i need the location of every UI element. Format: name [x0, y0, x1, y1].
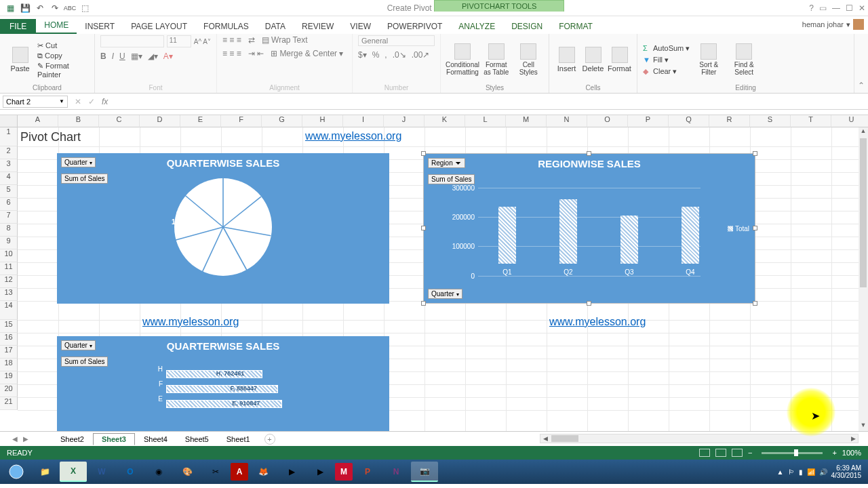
filter-quarter[interactable]: Quarter [61, 157, 96, 167]
sort-filter-button[interactable]: Sort & Filter [692, 43, 725, 76]
tab-insert[interactable]: INSERT [77, 19, 123, 34]
save-icon[interactable]: 💾 [19, 2, 31, 14]
pivotchart-pie[interactable]: Quarter Sum of Sales QUARTERWISE SALES A… [57, 153, 389, 304]
conditional-formatting-button[interactable]: Conditional Formatting [446, 43, 479, 76]
wrap-text-button[interactable]: ▤ Wrap Text [262, 35, 308, 45]
paste-button[interactable]: Paste [5, 47, 35, 73]
underline-button[interactable]: U [119, 52, 125, 61]
clear-button[interactable]: ◆Clear ▾ [643, 67, 690, 76]
redo-icon[interactable]: ↷ [49, 2, 61, 14]
format-cells-button[interactable]: Format [608, 47, 631, 73]
vertical-scrollbar[interactable]: ▲ ▼ [859, 127, 868, 431]
font-color-button[interactable]: A▾ [163, 52, 173, 61]
find-select-button[interactable]: Find & Select [728, 43, 760, 76]
sheet-nav-next[interactable]: ▶ [23, 435, 28, 443]
close-icon[interactable]: ✕ [859, 3, 865, 13]
clock[interactable]: 6:39 AM4/30/2015 [831, 464, 866, 479]
maximize-icon[interactable]: ☐ [846, 3, 853, 13]
merge-center-button[interactable]: ⊞ Merge & Center ▾ [271, 49, 343, 58]
horizontal-scrollbar[interactable]: ◀▶ [540, 434, 859, 443]
start-button[interactable] [3, 462, 30, 482]
adobe-taskbar-icon[interactable]: A [231, 463, 248, 481]
row-headers[interactable]: 123456789101112131415161718192021 [0, 127, 18, 410]
tray-up-icon[interactable]: ▲ [777, 468, 784, 476]
filter-region[interactable]: Region⏷ [428, 158, 465, 168]
new-sheet-button[interactable]: + [264, 434, 275, 445]
powerpoint-taskbar-icon[interactable]: P [354, 462, 381, 482]
undo-icon[interactable]: ↶ [34, 2, 46, 14]
tab-review[interactable]: REVIEW [294, 19, 342, 34]
fill-color-button[interactable]: ◢▾ [148, 52, 158, 61]
cell-styles-button[interactable]: Cell Styles [514, 43, 544, 76]
user-account[interactable]: heman johar▾ [802, 19, 864, 30]
minimize-icon[interactable]: — [832, 3, 840, 13]
tab-format[interactable]: FORMAT [551, 19, 601, 34]
filter-quarter-3[interactable]: Quarter [61, 340, 96, 350]
bold-button[interactable]: B [100, 52, 106, 61]
page-layout-view-icon[interactable] [715, 449, 726, 457]
firefox-taskbar-icon[interactable]: 🦊 [250, 462, 277, 482]
border-button[interactable]: ▦▾ [131, 52, 142, 61]
battery-icon[interactable]: ▮ [799, 468, 803, 476]
sheet-tab[interactable]: Sheet4 [135, 433, 176, 445]
tab-data[interactable]: DATA [257, 19, 294, 34]
tab-analyze[interactable]: ANALYZE [450, 19, 503, 34]
format-as-table-button[interactable]: Format as Table [481, 43, 511, 76]
number-format-select[interactable]: General [358, 35, 435, 46]
autosum-button[interactable]: ΣAutoSum ▾ [643, 44, 690, 53]
enter-formula-icon[interactable]: ✓ [88, 97, 95, 106]
filter-quarter-2[interactable]: Quarter [428, 289, 462, 299]
file-explorer-icon[interactable]: 📁 [31, 462, 58, 482]
media-taskbar-icon[interactable]: ▶ [307, 462, 334, 482]
tab-design[interactable]: DESIGN [503, 19, 551, 34]
tab-view[interactable]: VIEW [342, 19, 379, 34]
mcafee-taskbar-icon[interactable]: M [335, 463, 353, 481]
sheet-tab[interactable]: Sheet2 [52, 433, 93, 445]
cancel-formula-icon[interactable]: ✕ [75, 97, 81, 106]
zoom-slider[interactable] [762, 452, 823, 454]
volume-icon[interactable]: 🔊 [819, 468, 827, 476]
field-sum-sales[interactable]: Sum of Sales [61, 174, 108, 184]
pivotchart-bar[interactable]: Region⏷ Sum of Sales Quarter REGIONWISE … [423, 153, 755, 304]
name-box[interactable]: Chart 2▼ [3, 96, 68, 108]
system-tray[interactable]: ▲ 🏳 ▮ 📶 🔊 6:39 AM4/30/2015 [777, 464, 865, 479]
pivotchart-hbar[interactable]: Quarter Sum of Sales QUARTERWISE SALES H… [57, 336, 389, 431]
fill-button[interactable]: ▼Fill ▾ [643, 56, 690, 64]
sheet-tab[interactable]: Sheet1 [218, 433, 259, 445]
field-sum-sales-3[interactable]: Sum of Sales [61, 357, 108, 367]
collapse-ribbon-icon[interactable]: ⌃ [854, 34, 868, 93]
italic-button[interactable]: I [112, 52, 114, 61]
format-painter-button[interactable]: ✎ Format Painter [37, 62, 89, 79]
page-break-view-icon[interactable] [732, 449, 743, 457]
tab-powerpivot[interactable]: POWERPIVOT [379, 19, 450, 34]
cut-button[interactable]: ✂ Cut [37, 41, 89, 50]
zoom-in-button[interactable]: + [832, 449, 836, 457]
spellcheck-icon[interactable]: ABC [64, 2, 76, 14]
zoom-out-button[interactable]: − [748, 449, 752, 457]
wifi-icon[interactable]: 📶 [807, 468, 815, 476]
onenote-taskbar-icon[interactable]: N [382, 462, 410, 482]
link-top[interactable]: www.myelesson.org [305, 130, 401, 142]
camera-taskbar-icon[interactable]: 📷 [411, 462, 438, 482]
excel-taskbar-icon[interactable]: X [60, 462, 87, 482]
tab-page-layout[interactable]: PAGE LAYOUT [123, 19, 195, 34]
outlook-taskbar-icon[interactable]: O [117, 462, 144, 482]
fx-icon[interactable]: fx [102, 97, 108, 106]
word-taskbar-icon[interactable]: W [88, 462, 115, 482]
sheet-tab[interactable]: Sheet3 [93, 433, 135, 445]
vlc-taskbar-icon[interactable]: ▶ [278, 462, 305, 482]
chrome-taskbar-icon[interactable]: ◉ [145, 462, 172, 482]
tab-home[interactable]: HOME [36, 18, 77, 34]
select-all-corner[interactable] [0, 115, 18, 127]
delete-cells-button[interactable]: Delete [581, 47, 605, 73]
snipping-taskbar-icon[interactable]: ✂ [202, 462, 229, 482]
column-headers[interactable]: ABCDEFGHIJKLMNOPQRSTU [18, 115, 868, 127]
sheet-tab[interactable]: Sheet5 [176, 433, 218, 445]
zoom-level[interactable]: 100% [842, 449, 861, 457]
field-sum-sales-2[interactable]: Sum of Sales [428, 174, 475, 184]
paint-taskbar-icon[interactable]: 🎨 [174, 462, 201, 482]
help-icon[interactable]: ? [809, 3, 814, 13]
copy-button[interactable]: ⧉ Copy [37, 52, 89, 60]
sheet-nav-prev[interactable]: ◀ [12, 435, 18, 443]
action-center-icon[interactable]: 🏳 [788, 468, 795, 476]
